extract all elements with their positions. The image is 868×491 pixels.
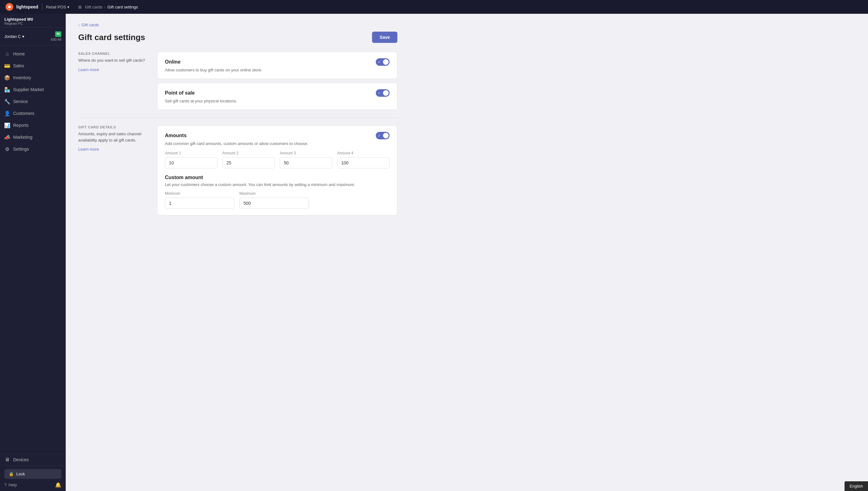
sales-channel-meta: SALES CHANNEL Where do you want to sell …	[78, 52, 147, 110]
page-header: Gift card settings Save	[78, 32, 397, 43]
pos-card: Point of sale ✓ Sell gift cards at your …	[157, 83, 397, 110]
sidebar-bottom: 🔒 Lock ? Help 🔔	[0, 466, 66, 491]
notification-icon[interactable]: 🔔	[55, 482, 61, 488]
sidebar-footer: ? Help 🔔	[4, 482, 61, 488]
amount-2-label: Amount 2	[222, 151, 275, 155]
sidebar-item-sales[interactable]: 💳 Sales	[0, 60, 66, 72]
breadcrumb: ⊞ Gift cards › Gift card settings	[78, 5, 138, 9]
time-badge: 600:49	[51, 37, 61, 41]
sidebar-item-customers[interactable]: 👤 Customers	[0, 107, 66, 119]
sales-channel-label: SALES CHANNEL	[78, 52, 147, 55]
maximum-field: Maximum	[239, 191, 309, 209]
pos-card-header: Point of sale ✓	[165, 89, 390, 97]
sales-channel-learn-more[interactable]: Learn more	[78, 67, 99, 72]
sidebar-item-supplier-market[interactable]: 🏪 Supplier Market	[0, 84, 66, 95]
devices-icon: 🖥	[4, 457, 10, 463]
main-layout: Lightspeed Mtl Register PC Jordan C ▾ IN…	[0, 14, 868, 491]
amounts-grid: Amount 1 Amount 2 Amount 3	[165, 151, 390, 169]
service-icon: 🔧	[4, 98, 10, 104]
reports-icon: 📊	[4, 122, 10, 128]
gift-card-details-desc: Amounts, expiry and sales channel availa…	[78, 131, 147, 143]
sidebar-item-label: Inventory	[13, 75, 31, 80]
minimum-input[interactable]	[165, 198, 235, 209]
app-logo: lightspeed	[5, 2, 38, 11]
user-name[interactable]: Jordan C ▾	[4, 34, 24, 39]
sidebar-item-label: Marketing	[13, 135, 32, 140]
user-dropdown-icon: ▾	[22, 34, 24, 39]
register-name: Register PC	[4, 22, 61, 25]
amount-2-input[interactable]	[222, 157, 275, 169]
settings-icon: ⚙	[4, 146, 10, 152]
help-link[interactable]: ? Help	[4, 483, 17, 487]
lock-icon: 🔒	[9, 471, 14, 476]
app-name: lightspeed	[16, 4, 38, 9]
toggle-check-icon: ✓	[378, 91, 380, 95]
nav-items: ⌂ Home 💳 Sales 📦 Inventory 🏪 Supplier Ma…	[0, 46, 66, 454]
amount-3-input[interactable]	[280, 157, 332, 169]
custom-amount-section: Custom amount Let your customers choose …	[165, 175, 390, 209]
sidebar-item-label: Service	[13, 99, 28, 104]
pos-card-desc: Sell gift cards at your physical locatio…	[165, 98, 390, 103]
toggle-check-icon: ✓	[378, 134, 380, 138]
amount-field-3: Amount 3	[280, 151, 332, 169]
sales-channel-cards: Online ✓ Allow customers to buy gift car…	[157, 52, 397, 110]
gift-card-details-section: GIFT CARD DETAILS Amounts, expiry and sa…	[78, 125, 397, 223]
minimum-label: Minimum	[165, 191, 235, 196]
min-max-grid: Minimum Maximum	[165, 191, 309, 209]
gift-card-details-label: GIFT CARD DETAILS	[78, 125, 147, 129]
sidebar-item-inventory[interactable]: 📦 Inventory	[0, 72, 66, 84]
amount-field-4: Amount 4	[337, 151, 390, 169]
sidebar-item-label: Settings	[13, 147, 29, 151]
language-label: English	[849, 484, 863, 489]
custom-amount-desc: Let your customers choose a custom amoun…	[165, 182, 390, 187]
gift-card-details-meta: GIFT CARD DETAILS Amounts, expiry and sa…	[78, 125, 147, 215]
lock-button[interactable]: 🔒 Lock	[4, 469, 61, 479]
company-name: Lightspeed Mtl	[4, 17, 61, 22]
amounts-toggle[interactable]: ✓	[376, 132, 390, 139]
amount-4-input[interactable]	[337, 157, 390, 169]
sidebar-item-settings[interactable]: ⚙ Settings	[0, 143, 66, 155]
top-bar: lightspeed Retail POS ▾ ⊞ Gift cards › G…	[0, 0, 868, 14]
dropdown-arrow-icon: ▾	[67, 5, 69, 9]
online-toggle-slider: ✓	[376, 58, 390, 66]
amount-4-label: Amount 4	[337, 151, 390, 155]
maximum-input[interactable]	[239, 198, 309, 209]
company-info: Lightspeed Mtl Register PC	[0, 14, 66, 28]
breadcrumb-gift-cards[interactable]: Gift cards	[85, 5, 102, 9]
toggle-check-icon: ✓	[378, 60, 380, 64]
sales-icon: 💳	[4, 63, 10, 68]
amount-1-input[interactable]	[165, 157, 217, 169]
online-card-title: Online	[165, 59, 181, 65]
online-toggle[interactable]: ✓	[376, 58, 390, 66]
amounts-card-desc: Add common gift card amounts, custom amo…	[165, 141, 390, 146]
gift-card-details-cards: Amounts ✓ Add common gift card amounts, …	[157, 125, 397, 215]
product-name[interactable]: Retail POS ▾	[46, 5, 69, 9]
language-footer[interactable]: English	[844, 481, 868, 491]
sidebar-item-label: Customers	[13, 111, 34, 116]
sidebar-item-label: Reports	[13, 123, 29, 128]
sidebar-item-reports[interactable]: 📊 Reports	[0, 119, 66, 131]
pos-card-title: Point of sale	[165, 90, 195, 96]
inventory-icon: 📦	[4, 75, 10, 81]
online-card-header: Online ✓	[165, 58, 390, 66]
sidebar-item-home[interactable]: ⌂ Home	[0, 48, 66, 60]
back-link[interactable]: ‹ Gift cards	[78, 23, 397, 27]
devices-nav-item[interactable]: 🖥 Devices	[4, 457, 61, 463]
online-card: Online ✓ Allow customers to buy gift car…	[157, 52, 397, 79]
breadcrumb-current: Gift card settings	[107, 5, 138, 9]
amount-field-1: Amount 1	[165, 151, 217, 169]
amount-field-2: Amount 2	[222, 151, 275, 169]
sidebar: Lightspeed Mtl Register PC Jordan C ▾ IN…	[0, 14, 66, 491]
sidebar-item-label: Supplier Market	[13, 87, 44, 92]
sales-channel-desc: Where do you want to sell gift cards?	[78, 57, 147, 63]
supplier-icon: 🏪	[4, 87, 10, 92]
online-card-desc: Allow customers to buy gift cards on you…	[165, 68, 390, 72]
sidebar-item-service[interactable]: 🔧 Service	[0, 95, 66, 107]
gift-card-details-learn-more[interactable]: Learn more	[78, 147, 99, 151]
save-button[interactable]: Save	[372, 32, 397, 43]
sidebar-item-devices[interactable]: 🖥 Devices	[0, 454, 66, 466]
sidebar-item-marketing[interactable]: 📣 Marketing	[0, 131, 66, 143]
pos-toggle[interactable]: ✓	[376, 89, 390, 97]
maximum-label: Maximum	[239, 191, 309, 196]
sidebar-item-label: Home	[13, 51, 25, 56]
